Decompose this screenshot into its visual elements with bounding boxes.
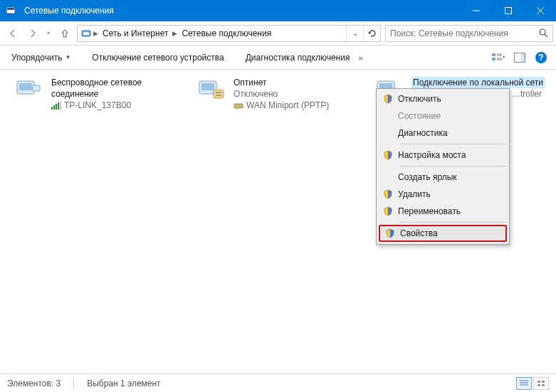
breadcrumb-level-2[interactable]: Сетевые подключения — [179, 28, 274, 38]
breadcrumb-sep-icon[interactable]: ▶ — [92, 30, 100, 37]
address-refresh-button[interactable] — [363, 26, 380, 41]
address-root-icon — [78, 28, 92, 39]
connection-item[interactable]: Беспроводное сетевое соединение TP-LINK_… — [13, 77, 184, 112]
preview-pane-button[interactable] — [512, 50, 528, 65]
context-menu-item-properties[interactable]: Свойства — [379, 225, 507, 242]
svg-rect-28 — [537, 381, 540, 383]
context-menu-item-status: Состояние — [378, 107, 508, 125]
view-details-button[interactable] — [516, 377, 532, 390]
organize-menu[interactable]: Упорядочить ▼ — [7, 50, 75, 65]
context-menu-separator — [399, 144, 506, 144]
modem-icon — [234, 102, 243, 110]
svg-rect-2 — [505, 8, 511, 14]
status-separator — [73, 378, 74, 388]
svg-text:?: ? — [538, 53, 543, 63]
shield-icon — [378, 206, 398, 216]
svg-rect-7 — [492, 58, 495, 60]
window-minimize-button[interactable] — [460, 0, 492, 21]
shield-icon — [378, 94, 398, 104]
connection-device: TP-LINK_137B00 — [64, 100, 131, 111]
svg-rect-22 — [214, 90, 224, 98]
nav-up-button[interactable] — [56, 24, 74, 43]
chevron-down-icon: ▼ — [65, 54, 70, 60]
search-icon[interactable] — [534, 28, 552, 38]
status-selection: Выбран 1 элемент — [87, 378, 160, 388]
status-bar: Элементов: 3 Выбран 1 элемент — [0, 374, 556, 392]
context-menu-separator — [399, 222, 506, 223]
connection-name: Оптинет — [234, 77, 329, 88]
window-title: Сетевые подключения — [21, 6, 460, 16]
help-button[interactable]: ? — [533, 50, 549, 65]
context-menu-item-rename[interactable]: Переименовать — [378, 203, 508, 220]
organize-label: Упорядочить — [11, 53, 62, 63]
connection-device: …troller — [512, 88, 542, 100]
view-large-icons-button[interactable] — [533, 377, 549, 390]
nav-recent-dropdown[interactable]: ▾ — [43, 30, 54, 36]
shield-icon — [378, 189, 398, 199]
context-menu-item-delete[interactable]: Удалить — [378, 186, 508, 203]
svg-rect-13 — [19, 83, 32, 90]
context-menu: Отключить Состояние Диагностика Настройк… — [376, 88, 510, 245]
wifi-signal-icon — [51, 102, 61, 110]
window-close-button[interactable] — [524, 0, 556, 21]
nav-row: ▾ ▶ Сеть и Интернет ▶ Сетевые подключени… — [0, 21, 556, 46]
nav-back-button[interactable] — [3, 23, 23, 43]
window-icon — [0, 5, 21, 16]
connection-item[interactable]: Оптинет Отключено WAN Miniport (PPTP) — [195, 77, 366, 112]
svg-rect-16 — [53, 105, 55, 110]
svg-rect-25 — [234, 104, 243, 108]
svg-rect-29 — [542, 381, 545, 383]
svg-rect-19 — [60, 102, 61, 110]
search-box[interactable] — [385, 25, 553, 42]
svg-rect-1 — [7, 8, 14, 10]
diagnose-connection-button[interactable]: Диагностика подключения — [241, 50, 355, 65]
command-bar: Упорядочить ▼ Отключение сетевого устрой… — [0, 46, 556, 70]
shield-icon — [380, 228, 400, 238]
search-input[interactable] — [386, 28, 534, 38]
dialup-connection-icon — [195, 77, 226, 108]
window-titlebar: Сетевые подключения — [0, 0, 556, 21]
window-maximize-button[interactable] — [492, 0, 524, 21]
breadcrumb-sep-icon[interactable]: ▶ — [171, 30, 179, 37]
connection-status: Отключено — [234, 88, 329, 100]
context-menu-item-shortcut[interactable]: Создать ярлык — [378, 169, 508, 186]
breadcrumb-level-1[interactable]: Сеть и Интернет — [100, 28, 171, 38]
svg-rect-15 — [51, 107, 53, 110]
shield-icon — [378, 150, 398, 160]
content-area[interactable]: Беспроводное сетевое соединение TP-LINK_… — [0, 70, 556, 372]
svg-rect-9 — [521, 53, 525, 62]
svg-rect-17 — [56, 104, 57, 110]
svg-rect-18 — [58, 102, 59, 110]
status-item-count: Элементов: 3 — [7, 378, 61, 388]
connection-name: Подключение по локальной сети — [411, 77, 545, 88]
disable-device-button[interactable]: Отключение сетевого устройства — [88, 50, 228, 65]
command-bar-overflow-button[interactable]: » — [354, 53, 367, 62]
nav-forward-button[interactable] — [23, 23, 43, 43]
address-bar[interactable]: ▶ Сеть и Интернет ▶ Сетевые подключения … — [77, 25, 381, 42]
context-menu-separator — [399, 166, 506, 166]
address-history-dropdown[interactable]: ⌄ — [346, 26, 363, 41]
wireless-connection-icon — [13, 77, 44, 108]
svg-point-5 — [540, 29, 545, 35]
svg-rect-6 — [492, 53, 495, 56]
svg-rect-24 — [216, 95, 221, 96]
view-options-button[interactable] — [491, 50, 506, 65]
svg-rect-23 — [216, 92, 221, 93]
svg-rect-4 — [83, 32, 89, 35]
context-menu-item-disable[interactable]: Отключить — [378, 90, 508, 107]
connection-device: WAN Miniport (PPTP) — [246, 100, 329, 111]
svg-rect-30 — [537, 384, 540, 386]
connection-name: Беспроводное сетевое соединение — [51, 77, 184, 100]
context-menu-item-diagnose[interactable]: Диагностика — [378, 125, 508, 142]
context-menu-item-bridge[interactable]: Настройка моста — [378, 147, 508, 164]
svg-rect-14 — [33, 85, 40, 91]
svg-rect-21 — [201, 83, 214, 90]
svg-rect-31 — [542, 384, 545, 386]
